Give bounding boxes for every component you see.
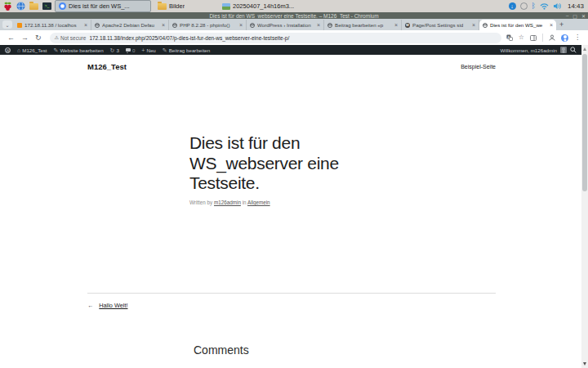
previous-post-nav: ← Hallo Welt!	[87, 302, 127, 309]
network-status-icon[interactable]	[520, 2, 528, 10]
admin-bar-new[interactable]: + Neu	[141, 47, 155, 53]
tab-search-button[interactable]: ⌄	[2, 20, 12, 29]
address-bar[interactable]: ⚠ Not secure 172.18.11.38/index.php/2025…	[50, 33, 501, 43]
greeting-account-menu[interactable]: Willkommen, m126admin	[501, 47, 557, 53]
tab-close-icon[interactable]: ×	[394, 22, 398, 28]
arrow-left-icon: ←	[87, 302, 93, 309]
security-label: Not secure	[60, 35, 86, 41]
new-tab-button[interactable]: +	[559, 20, 564, 29]
scrollbar-thumb[interactable]	[582, 54, 587, 191]
admin-bar-edit-site[interactable]: ✎ Website bearbeiten	[54, 47, 104, 53]
security-chip[interactable]: ⚠ Not secure	[55, 35, 87, 41]
tab-close-icon[interactable]: ×	[84, 22, 87, 28]
close-button[interactable]: ✕	[581, 13, 586, 19]
site-title[interactable]: M126_Test	[87, 62, 127, 71]
taskbar-window-chromium[interactable]: Dies ist für den WS_...	[55, 0, 151, 12]
forward-icon[interactable]: →	[21, 34, 29, 42]
post-title: Dies ist für den WS_webserver eine Tests…	[189, 133, 395, 194]
window-title: Dies ist für den WS_webserver eine Tests…	[209, 13, 378, 19]
clock[interactable]: 14:43	[568, 2, 584, 10]
search-icon[interactable]	[570, 47, 577, 53]
tab-phpinfo[interactable]: PHP 8.2.28 - phpinfo() ×	[169, 20, 247, 30]
wp-admin-bar: W ⌂ M126_Test ✎ Website bearbeiten ↻ 3 0…	[0, 45, 581, 55]
menu-kebab-icon[interactable]: ⋮	[574, 34, 581, 41]
edit-site-label: Website bearbeiten	[60, 47, 103, 53]
tab-phpmyadmin[interactable]: 172.18.11.38 / localhos ×	[14, 20, 91, 30]
site-name-label: M126_Test	[22, 47, 47, 53]
taskbar-window-image-viewer[interactable]: 20250407_14h16m3...	[218, 0, 314, 12]
taskbar-window-title: 20250407_14h16m3...	[233, 2, 294, 10]
image-viewer-icon	[222, 3, 230, 10]
post-separator	[87, 293, 496, 294]
chevron-down-icon: ⌄	[5, 22, 9, 28]
side-panel-icon[interactable]	[530, 35, 537, 41]
post-byline: Written by m126admin in Allgemein	[189, 200, 270, 205]
minimize-button[interactable]: –	[566, 13, 568, 18]
nav-link-beispiel-seite[interactable]: Beispiel-Seite	[461, 64, 496, 70]
globe-favicon	[327, 23, 332, 28]
wifi-icon[interactable]	[540, 2, 549, 10]
globe-favicon	[172, 23, 177, 28]
previous-post-link[interactable]: Hallo Welt!	[99, 302, 127, 309]
back-icon[interactable]: ←	[7, 34, 15, 42]
maximize-button[interactable]: ▢	[572, 13, 577, 19]
tab-title: PHP 8.2.28 - phpinfo()	[180, 22, 237, 28]
tab-wordpress-installation[interactable]: WordPress › Installation ×	[247, 20, 324, 30]
admin-bar-updates[interactable]: ↻ 3	[110, 47, 119, 53]
updates-icon: ↻	[110, 47, 115, 53]
new-label: Neu	[146, 47, 155, 53]
page-scrollbar[interactable]	[581, 45, 588, 368]
toolbar-icons: A ☆ ⋮	[506, 34, 581, 42]
tab-page-post-settings[interactable]: W Page/Post Settings sid ×	[402, 20, 479, 30]
translate-icon[interactable]: A	[506, 34, 513, 41]
comments-heading: Comments	[194, 343, 249, 357]
admin-bar-site-name[interactable]: ⌂ M126_Test	[17, 47, 47, 53]
taskbar-window-bilder[interactable]: Bilder	[154, 0, 216, 12]
tab-close-icon[interactable]: ×	[239, 22, 243, 28]
globe-favicon	[95, 23, 100, 28]
reload-icon[interactable]: ↻	[35, 34, 42, 42]
scroll-down-icon[interactable]	[583, 362, 586, 366]
file-manager-icon[interactable]	[29, 1, 39, 11]
phpmyadmin-favicon	[17, 23, 22, 28]
window-titlebar[interactable]: Dies ist für den WS_webserver eine Tests…	[0, 12, 588, 19]
author-link[interactable]: m126admin	[214, 200, 241, 205]
home-icon: ⌂	[17, 47, 20, 53]
profile-outline-icon[interactable]	[549, 34, 555, 41]
browser-launcher-icon[interactable]	[16, 1, 26, 11]
wordpress-favicon: W	[405, 23, 410, 28]
category-link[interactable]: Allgemein	[247, 200, 270, 205]
admin-bar-comments[interactable]: 0	[126, 47, 135, 53]
wp-logo-menu[interactable]: W	[5, 47, 11, 53]
toolbar-divider	[542, 34, 543, 42]
taskbar-window-title: Bilder	[169, 2, 185, 10]
desktop-taskbar: >_ Dies ist für den WS_... Bilder 202504…	[0, 0, 588, 13]
volume-icon[interactable]	[553, 2, 562, 10]
admin-bar-edit-post[interactable]: ✎ Beitrag bearbeiten	[163, 47, 210, 53]
tab-close-icon[interactable]: ×	[317, 22, 320, 28]
tab-strip: ⌄ 172.18.11.38 / localhos × Apache2 Debi…	[0, 19, 588, 30]
tab-title: Apache2 Debian Defau	[102, 22, 159, 28]
url-text: 172.18.11.38/index.php/2025/04/07/p-dies…	[89, 35, 289, 41]
tab-close-icon[interactable]: ×	[550, 22, 553, 28]
tab-beitrag-bearbeiten[interactable]: Beitrag bearbeiten «p ×	[324, 20, 402, 30]
browser-toolbar: ← → ↻ ⚠ Not secure 172.18.11.38/index.ph…	[0, 30, 588, 45]
wordpress-logo-icon: W	[5, 47, 11, 53]
byline-in: in	[243, 200, 247, 205]
scroll-up-icon[interactable]	[583, 47, 586, 51]
terminal-icon[interactable]: >_	[42, 1, 52, 11]
menu-raspberry-icon[interactable]	[2, 1, 13, 11]
tab-close-icon[interactable]: ×	[472, 22, 475, 28]
system-tray: ↓ ᛒ 14:43	[509, 2, 586, 10]
bookmark-star-icon[interactable]: ☆	[519, 34, 524, 41]
avatar[interactable]	[560, 47, 567, 53]
desktop-screen: >_ Dies ist für den WS_... Bilder 202504…	[0, 0, 588, 368]
tab-apache-default[interactable]: Apache2 Debian Defau ×	[91, 20, 169, 30]
bluetooth-icon[interactable]: ᛒ	[532, 2, 536, 10]
tab-title: WordPress › Installation	[257, 22, 314, 28]
tab-testseite-active[interactable]: Dies ist für den WS_we ×	[479, 20, 556, 30]
updates-available-icon[interactable]: ↓	[509, 2, 516, 10]
tab-close-icon[interactable]: ×	[162, 22, 165, 28]
profile-avatar[interactable]	[561, 34, 568, 42]
edit-post-label: Beitrag bearbeiten	[169, 47, 211, 53]
